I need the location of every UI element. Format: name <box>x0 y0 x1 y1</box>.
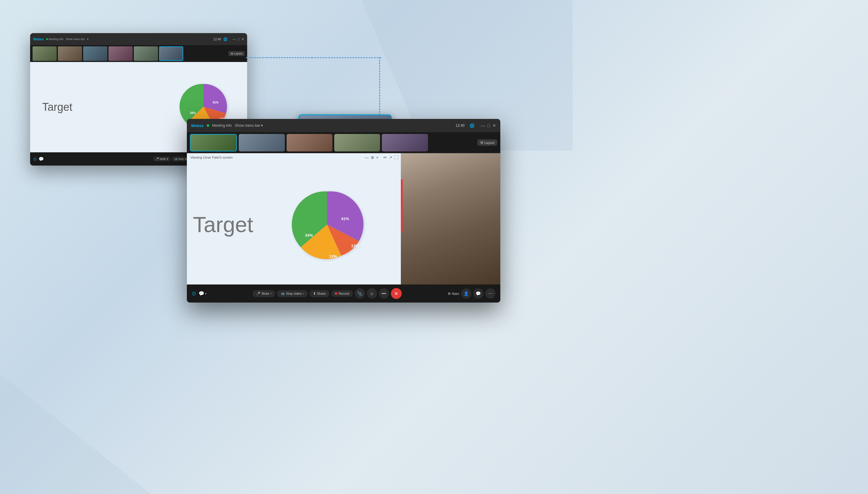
attachment-btn-main[interactable]: 📎 <box>355 288 365 299</box>
svg-text:41%: 41% <box>213 101 218 104</box>
expand-icon[interactable]: + <box>376 155 379 160</box>
meeting-status-dot-main <box>207 124 209 127</box>
time-back: 12:40 <box>213 38 221 41</box>
record-btn-main[interactable]: Record <box>331 290 352 297</box>
webex-icon-back: ⊙ <box>33 156 37 162</box>
stop-video-btn-main[interactable]: 📹 Stop video ▾ <box>277 290 308 297</box>
mic-icon-main: 🎤 <box>256 292 260 296</box>
svg-text:34%: 34% <box>190 111 196 115</box>
chevron-back: ▾ <box>87 38 89 41</box>
maximize-btn-main[interactable]: □ <box>488 123 490 128</box>
record-label-main: Record <box>339 292 349 295</box>
svg-text:34%: 34% <box>305 233 313 238</box>
minimize-btn-back[interactable]: — <box>232 37 236 41</box>
svg-text:41%: 41% <box>341 216 349 221</box>
participant-thumb-4-main[interactable] <box>334 134 380 151</box>
toolbar-right-section: ⊞ Apps 👤 💬 ⋯ <box>448 288 495 299</box>
emoji-icon-main: ☺ <box>369 291 374 296</box>
mute-label-main: Mute <box>261 292 269 295</box>
participant-strip-back: ⊞ Layout <box>30 45 247 62</box>
layout-btn-main[interactable]: ⊞ Layout <box>477 139 497 146</box>
layout-label-main: Layout <box>484 141 494 145</box>
layout-btn-back[interactable]: ⊞ Layout <box>229 51 245 56</box>
fullscreen-icon[interactable]: ⛶ <box>394 155 398 160</box>
left-icons-back: ⊙ 💬 <box>33 156 44 162</box>
end-call-btn[interactable]: ✕ <box>391 288 402 299</box>
end-call-icon: ✕ <box>394 291 398 297</box>
zoom-out-icon[interactable]: — <box>365 155 369 160</box>
messages-btn-main[interactable]: 💬 <box>473 288 484 299</box>
bottom-toolbar-main: ⊙ 💬 ▾ 🎤 Mute ▾ 📹 Stop video ▾ ⬆ Share <box>187 284 500 303</box>
layout-label-back: Layout <box>234 52 242 55</box>
share-label-main: Share <box>317 292 326 295</box>
settings-btn-main[interactable]: ⋯ <box>485 288 495 299</box>
dashed-line-vertical-1 <box>379 57 380 124</box>
dashed-line-horizontal-2 <box>312 57 381 58</box>
red-stripe <box>401 179 403 232</box>
apps-label-main: Apps <box>452 292 459 295</box>
video-icon-back: 📹 <box>174 157 178 160</box>
participant-strip-main: ⊞ Layout <box>187 132 500 153</box>
messages-icon: 💬 <box>475 291 481 296</box>
more-btn-main[interactable]: ••• <box>379 288 389 299</box>
video-icon-main: 📹 <box>281 292 285 296</box>
globe-icon-back: 🌐 <box>223 37 228 41</box>
participant-thumb-2-main[interactable] <box>239 134 285 151</box>
share-label-main: Viewing Umar Patel's screen <box>191 156 233 159</box>
participant-thumb-4-back[interactable] <box>109 46 132 61</box>
stop-video-label-main: Stop video <box>286 292 302 295</box>
main-title-bar: Webex Meeting info Show menu bar ▾ 12:40… <box>187 119 500 132</box>
main-webex-window: Webex Meeting info Show menu bar ▾ 12:40… <box>187 119 500 303</box>
toolbar-center-section: 🎤 Mute ▾ 📹 Stop video ▾ ⬆ Share Record 📎 <box>253 288 401 299</box>
show-menu-back[interactable]: Show menu bar <box>66 38 85 41</box>
mute-label-back: Mute <box>160 157 166 160</box>
maximize-btn-back[interactable]: □ <box>237 37 240 41</box>
annotate-icon[interactable]: ✏ <box>383 155 387 160</box>
meeting-dot-back: Meeting info <box>46 38 63 41</box>
globe-icon-main: 🌐 <box>470 124 474 128</box>
chat-section[interactable]: 💬 ▾ <box>199 291 206 296</box>
time-main: 12:40 <box>456 124 465 128</box>
back-title-bar: Webex Meeting info Show menu bar ▾ 12:40… <box>30 33 247 45</box>
minimize-btn-main[interactable]: — <box>481 123 485 128</box>
people-icon: 👤 <box>464 291 469 296</box>
chat-icon-back[interactable]: 💬 <box>39 156 44 162</box>
chat-chevron-main: ▾ <box>205 292 206 295</box>
participant-thumb-5-back[interactable] <box>134 46 158 61</box>
window-controls-main: — □ ✕ <box>481 123 496 128</box>
meeting-info-back[interactable]: Meeting info <box>49 38 63 41</box>
participant-thumb-1-back[interactable] <box>33 46 57 61</box>
chat-icon-main: 💬 <box>199 291 204 296</box>
meeting-info-btn-main[interactable]: Meeting info <box>212 124 232 128</box>
screen-share-panel: Viewing Umar Patel's screen — ⊕ + ✏ ↗ ⛶ … <box>187 153 401 284</box>
show-menu-chevron-main: ▾ <box>261 124 263 128</box>
participant-thumb-1-main[interactable] <box>190 134 237 151</box>
share-controls: — ⊕ + ✏ ↗ ⛶ <box>365 155 398 160</box>
participant-thumb-2-back[interactable] <box>58 46 82 61</box>
mute-chevron-back: ▾ <box>167 157 168 160</box>
people-btn-main[interactable]: 👤 <box>461 288 471 299</box>
apps-btn-main[interactable]: ⊞ Apps <box>448 292 459 296</box>
svg-text:12%: 12% <box>351 244 359 248</box>
zoom-in-icon[interactable]: ⊕ <box>371 155 374 160</box>
target-label-main: Target <box>193 212 253 237</box>
show-menu-label-main: Show menu bar <box>235 124 260 128</box>
show-menu-btn-main[interactable]: Show menu bar ▾ <box>235 124 263 128</box>
participant-thumb-6-back[interactable] <box>159 46 183 61</box>
mute-btn-main[interactable]: 🎤 Mute ▾ <box>253 290 275 297</box>
webex-status-icon: ⊙ <box>192 290 196 297</box>
participant-thumb-5-main[interactable] <box>382 134 428 151</box>
more-icon-main: ••• <box>382 291 386 296</box>
close-btn-main[interactable]: ✕ <box>492 123 496 128</box>
window-controls-back: — □ ✕ <box>232 37 244 41</box>
participant-thumb-3-main[interactable] <box>287 134 332 151</box>
record-dot-main <box>335 292 337 295</box>
share-btn-main[interactable]: ⬆ Share <box>309 290 329 297</box>
emoji-btn-main[interactable]: ☺ <box>367 288 377 299</box>
share-screen-icon[interactable]: ↗ <box>389 155 393 160</box>
webex-logo-back: Webex <box>33 37 44 41</box>
mute-btn-back[interactable]: 🎤 Mute ▾ <box>153 156 170 162</box>
apps-grid-icon: ⊞ <box>448 292 451 296</box>
close-btn-back[interactable]: ✕ <box>241 37 244 41</box>
participant-thumb-3-back[interactable] <box>83 46 107 61</box>
